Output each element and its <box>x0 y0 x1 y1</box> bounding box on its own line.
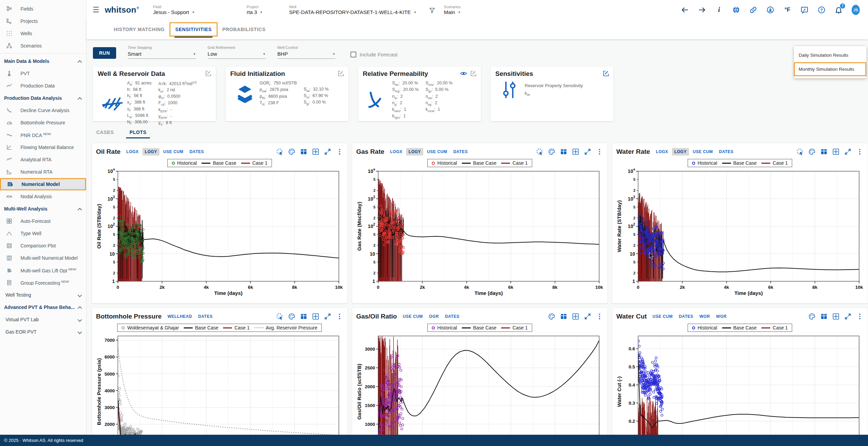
sidebar-item-projects[interactable]: Projects <box>0 15 86 27</box>
expand-icon[interactable] <box>324 148 331 156</box>
sidebar-item-group-forecasting[interactable]: Group ForecastingNEW! <box>0 276 86 289</box>
user-avatar[interactable]: JS <box>852 6 860 14</box>
legend-item[interactable]: Avg. Reservoir Pressure <box>254 325 317 330</box>
tab-probabilistics[interactable]: PROBABILISTICS <box>218 23 271 36</box>
sidebar-item-auto-forecast[interactable]: Auto-Forecast <box>0 215 86 227</box>
run-button[interactable]: RUN <box>93 47 116 59</box>
chart-btn-logx[interactable]: LOGX <box>388 148 405 156</box>
palette-icon[interactable] <box>808 148 816 156</box>
legend-item[interactable]: Case 1 <box>241 160 267 166</box>
hamburger-menu-icon[interactable]: ☰ <box>93 5 99 14</box>
chart-btn-wgr[interactable]: WGR <box>714 313 729 320</box>
menu-item-monthly-simulation-results[interactable]: Monthly Simulation Results <box>794 62 866 76</box>
menu-item-daily-simulation-results[interactable]: Daily Simulation Results <box>794 48 866 62</box>
move-icon[interactable] <box>832 148 840 156</box>
palette-icon[interactable] <box>548 148 555 156</box>
table-icon[interactable] <box>300 313 307 320</box>
edit-icon[interactable] <box>205 70 212 77</box>
select-icon[interactable] <box>536 148 543 156</box>
chart-btn-dates[interactable]: DATES <box>196 313 215 320</box>
sidebar-item-wells[interactable]: Wells <box>0 27 86 40</box>
time-stepping-select[interactable]: Time Stepping Smart▾ <box>128 45 196 59</box>
expand-icon[interactable] <box>324 313 331 320</box>
sidebar-item-pvt[interactable]: PVT <box>0 67 86 80</box>
palette-icon[interactable] <box>548 313 555 320</box>
chart-btn-use-cum[interactable]: USE CUM <box>425 148 450 156</box>
legend-item[interactable]: Case 1 <box>761 325 788 330</box>
chart-plot-gas-rate[interactable]: 1251025102251032510402k4k6k8k10kTime (da… <box>356 168 603 297</box>
chart-plot-gas-oil-ratio[interactable]: 5001000150020002500300002k4k6k8k10kGas/O… <box>356 333 603 435</box>
legend-item[interactable]: Woldesemayat & Ghajar <box>122 325 179 330</box>
chart-plot-bottomhole-pressure[interactable]: 100020003000400050006000700002k4k6k8k10k… <box>96 333 343 435</box>
edit-icon[interactable] <box>603 70 609 77</box>
eye-icon[interactable] <box>460 70 467 77</box>
legend-item[interactable]: Historical <box>432 325 457 330</box>
legend-item[interactable]: Case 1 <box>223 325 249 330</box>
tab-cases[interactable]: CASES <box>93 127 117 138</box>
chart-btn-dates[interactable]: DATES <box>451 148 470 156</box>
chart-btn-logx[interactable]: LOGX <box>124 148 141 156</box>
move-icon[interactable] <box>312 148 319 156</box>
sidebar-item-numerical-model[interactable]: Numerical Model <box>0 178 86 190</box>
kebab-icon[interactable] <box>596 148 603 156</box>
sidebar-section-multi-well-analysis[interactable]: Multi-Well Analysis <box>0 203 86 215</box>
kebab-icon[interactable] <box>856 148 864 156</box>
kebab-icon[interactable] <box>336 313 343 320</box>
legend-item[interactable]: Historical <box>692 325 717 330</box>
sidebar-item-decline-curve-analysis[interactable]: Decline Curve Analysis <box>0 104 86 117</box>
chart-btn-logy[interactable]: LOGY <box>672 148 689 156</box>
chart-plot-oil-rate[interactable]: 1251025102251032510402k4k6k8k10kTime (da… <box>96 168 343 297</box>
expand-icon[interactable] <box>844 313 852 320</box>
expand-icon[interactable] <box>584 148 591 156</box>
legend-item[interactable]: Case 1 <box>501 325 527 330</box>
sidebar-item-multi-well-numerical-model[interactable]: Multi-well Numerical Model <box>0 252 86 264</box>
sidebar-section-production-data-analysis[interactable]: Production Data Analysis <box>0 92 86 104</box>
sidebar-item-fields[interactable]: Fields <box>0 3 86 15</box>
back-arrow-icon[interactable] <box>681 6 689 14</box>
sidebar-item-flowing-material-balance[interactable]: Flowing Material Balance <box>0 141 86 153</box>
edit-icon[interactable] <box>470 70 477 77</box>
chart-btn-logy[interactable]: LOGY <box>142 148 160 156</box>
feedback-icon[interactable] <box>800 6 809 14</box>
sidebar-item-multi-well-gas-lift-opt[interactable]: Multi-well Gas Lift OptNEW! <box>0 264 86 276</box>
chart-btn-dates[interactable]: DATES <box>443 313 462 320</box>
move-icon[interactable] <box>312 313 319 320</box>
notifications-bell-icon[interactable]: 7 <box>835 6 843 14</box>
field-select[interactable]: Field Jesus - Support▾ <box>153 5 235 15</box>
chart-btn-dates[interactable]: DATES <box>187 148 206 156</box>
table-icon[interactable] <box>820 313 828 320</box>
sidebar-item-production-data[interactable]: Production Data <box>0 80 86 92</box>
select-icon[interactable] <box>276 148 284 156</box>
select-icon[interactable] <box>796 148 804 156</box>
chart-btn-wor[interactable]: WOR <box>697 313 712 320</box>
legend-item[interactable]: Historical <box>172 160 197 166</box>
move-icon[interactable] <box>572 148 579 156</box>
chart-btn-dates[interactable]: DATES <box>676 313 695 320</box>
sidebar-item-analytical-rta[interactable]: Analytical RTA <box>0 153 86 166</box>
legend-item[interactable]: Base Case <box>722 325 757 330</box>
kebab-icon[interactable] <box>856 313 864 320</box>
chart-plot-water-cut[interactable]: 0.10.20.30.40.50.602k4k6k8k10kWater Cut … <box>616 333 863 435</box>
expand-icon[interactable] <box>844 148 852 156</box>
chart-btn-logy[interactable]: LOGY <box>406 148 423 156</box>
tab-history-matching[interactable]: HISTORY MATCHING <box>109 23 169 36</box>
sidebar-item-virtual-pvt-lab[interactable]: Virtual PVT Lab <box>0 313 86 326</box>
chart-btn-wellhead[interactable]: WELLHEAD <box>165 313 194 320</box>
tab-plots[interactable]: PLOTS <box>126 127 150 138</box>
chart-btn-use-cum[interactable]: USE CUM <box>161 148 186 156</box>
globe-icon[interactable] <box>732 6 740 14</box>
download-icon[interactable] <box>766 6 774 14</box>
legend-item[interactable]: Base Case <box>184 325 218 330</box>
chart-btn-ogr[interactable]: OGR <box>427 313 441 320</box>
sidebar-item-pnr-dca[interactable]: PNR DCANEW! <box>0 129 86 141</box>
sidebar-item-bottomhole-pressure[interactable]: Bottomhole Pressure <box>0 117 86 129</box>
temperature-unit-toggle[interactable]: °F <box>783 6 791 14</box>
chart-btn-use-cum[interactable]: USE CUM <box>650 313 675 320</box>
sidebar-section-main-data-models[interactable]: Main Data & Models <box>0 55 86 67</box>
edit-icon[interactable] <box>337 70 344 77</box>
sidebar-section-advanced-pvt-phase-beha-[interactable]: Advanced PVT & Phase Beha... <box>0 301 86 313</box>
move-icon[interactable] <box>832 313 840 320</box>
sidebar-item-type-well[interactable]: Type Well <box>0 227 86 240</box>
well-select[interactable]: Well SPE-DATA-REPOSITORY-DATASET-1-WELL-… <box>289 5 416 15</box>
legend-item[interactable]: Case 1 <box>501 160 527 166</box>
